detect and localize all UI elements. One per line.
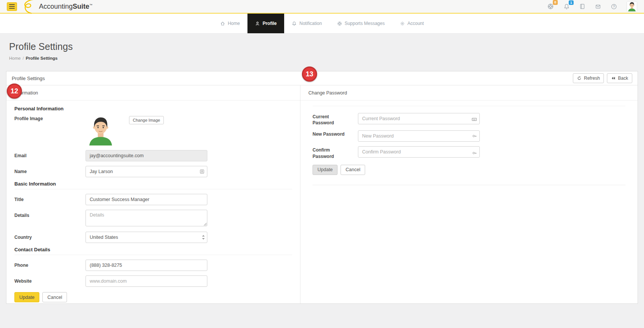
basic-information-heading: Basic Information [14,181,292,189]
person-icon [255,21,260,26]
details-field-wrap [86,210,207,228]
book-icon [579,3,585,9]
change-password-section-title: Change Password [300,85,638,101]
phone-label: Phone [14,260,86,271]
back-icon [611,76,616,80]
change-image-button[interactable]: Change Image [129,116,164,124]
name-field-wrap [86,166,207,177]
email-input[interactable] [86,150,207,161]
top-header-left: AccountingSuite™ [7,0,92,14]
title-input[interactable] [86,194,207,205]
tab-home-label: Home [228,21,240,26]
home-icon [220,21,225,26]
phone-field-wrap [86,260,207,271]
help-button[interactable]: ? [611,3,617,10]
information-form: Personal Information Profile Image [6,101,300,302]
title-row: Title [14,194,292,205]
tab-profile-label: Profile [263,21,277,26]
name-label: Name [14,166,86,177]
panel-body: Information Personal Information Profile… [6,85,638,303]
svg-text:?: ? [613,5,615,8]
profile-image-graphic [86,115,116,145]
top-header-right: 0 1 [547,1,637,12]
change-password-box: Current Password [313,106,625,185]
messages-button[interactable] [595,4,601,9]
envelope-icon [595,4,601,9]
profile-settings-panel: Profile Settings Refresh Back [6,71,638,304]
hamburger-menu-button[interactable] [7,2,17,11]
app-logo[interactable]: AccountingSuite™ [22,0,92,14]
gear-icon [400,21,405,26]
website-row: Website [14,275,292,287]
information-section-title: Information [6,85,300,101]
new-password-row: New Password [313,130,625,142]
contact-details-heading: Contact Details [14,247,292,255]
current-password-input[interactable] [358,113,480,124]
email-label: Email [14,150,86,161]
page-title: Profile Settings [9,41,635,52]
profile-image [86,115,116,145]
panel-header: Profile Settings Refresh Back [6,71,638,85]
change-password-form: Current Password [300,101,638,185]
back-button[interactable]: Back [607,73,632,83]
user-avatar[interactable] [627,1,637,12]
new-password-field-wrap [358,130,480,142]
tab-supports-messages[interactable]: Supports Messages [330,14,392,33]
tab-notification-label: Notification [299,21,322,26]
breadcrumb-current: Profile Settings [26,56,58,60]
current-password-field-wrap [358,113,480,126]
email-field-wrap [86,150,207,161]
password-update-button[interactable]: Update [313,165,338,175]
website-input[interactable] [86,275,207,287]
support-icon [337,21,342,26]
details-textarea[interactable] [86,210,207,226]
divider [313,106,625,106]
tab-home[interactable]: Home [213,14,247,33]
tab-notification[interactable]: Notification [284,14,329,33]
logo-text: AccountingSuite™ [39,3,92,11]
refresh-icon [577,76,582,80]
tab-supports-messages-label: Supports Messages [345,21,385,26]
refresh-button-label: Refresh [584,76,600,81]
website-label: Website [14,275,86,287]
profile-cancel-button[interactable]: Cancel [42,292,67,302]
name-row: Name [14,166,292,177]
breadcrumb: Home/Profile Settings [9,56,635,60]
current-password-label: Current Password [313,113,350,126]
profile-image-row: Profile Image [14,115,292,145]
notifications-button[interactable]: 1 [563,3,570,10]
refresh-button[interactable]: Refresh [573,73,604,83]
breadcrumb-home-link[interactable]: Home [9,56,21,60]
logo-swoosh-icon [22,0,38,14]
confirm-password-row: Confirm Password [313,146,625,159]
name-input[interactable] [86,166,207,177]
top-header: AccountingSuite™ 0 1 [0,0,644,14]
user-avatar-image [627,2,637,11]
phone-row: Phone [14,260,292,271]
tab-profile[interactable]: Profile [247,14,284,33]
back-button-label: Back [618,76,628,81]
logo-trademark: ™ [89,3,92,7]
profile-update-button[interactable]: Update [14,292,39,302]
password-cancel-button[interactable]: Cancel [341,165,365,175]
confirm-password-input[interactable] [358,146,480,158]
annotation-badge-12: 12 [7,84,22,99]
phone-input[interactable] [86,260,207,271]
details-row: Details [14,210,292,228]
annotation-badge-13: 13 [302,67,317,82]
website-field-wrap [86,275,207,287]
country-select[interactable]: United States [86,232,207,243]
tab-account[interactable]: Account [392,14,431,33]
journal-button[interactable] [579,3,585,9]
country-label: Country [14,232,86,243]
country-row: Country United States [14,232,292,243]
new-password-input[interactable] [358,130,480,142]
page-head: Profile Settings Home/Profile Settings [0,34,644,71]
panel-title: Profile Settings [12,76,45,81]
current-password-row: Current Password [313,113,625,126]
title-label: Title [14,194,86,205]
support-count-badge: 0 [553,0,558,5]
new-password-label: New Password [313,130,350,142]
support-ring-button[interactable]: 0 [547,3,554,10]
breadcrumb-separator: / [23,56,24,60]
